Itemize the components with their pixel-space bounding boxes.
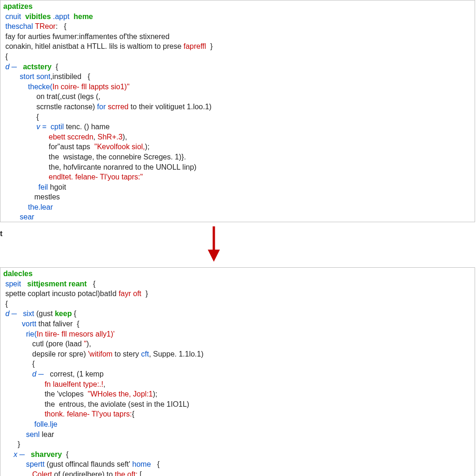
code-token: );	[145, 143, 150, 151]
code-line: {	[3, 360, 35, 368]
code-token: ,	[93, 133, 98, 141]
code-token: ShR+.3	[98, 133, 123, 141]
code-line: x ─ sharvery {	[3, 450, 68, 458]
code-line: speit sittjesment reant {	[3, 280, 95, 288]
code-line: dalecles	[3, 270, 33, 278]
code-token: d ─	[32, 370, 44, 378]
code-token	[21, 13, 25, 20]
code-line: senl lear	[3, 430, 54, 438]
stray-glyph: t	[0, 229, 2, 239]
code-token	[17, 310, 23, 317]
code-line: for"aust taps "Kevolfook siol,);	[3, 143, 150, 151]
code-token: {	[151, 460, 160, 468]
code-token: spette coplart incusto potacl)batId	[3, 290, 119, 298]
code-token: : {	[56, 22, 66, 30]
code-line: folle.lje	[3, 420, 58, 428]
code-token	[3, 380, 45, 388]
code-line: mestles	[3, 193, 60, 201]
code-token: feil	[39, 183, 48, 191]
code-token: fay for aurties fwumer:inffamentes of'th…	[3, 33, 170, 40]
code-token	[3, 420, 34, 428]
code-token: {	[132, 410, 134, 418]
code-line: feil hgoit	[3, 183, 66, 191]
code-token: hgoit	[48, 183, 66, 191]
code-token: conakin, hitlel anistbat a HTLL. lils is…	[3, 42, 184, 50]
code-token: {	[72, 310, 76, 317]
code-line: conakin, hitlel anistbat a HTLL. lils is…	[3, 42, 213, 50]
code-token: cnuit	[5, 13, 21, 20]
code-token: {	[3, 300, 8, 308]
code-token: TReor	[35, 22, 55, 30]
code-token: )'	[111, 330, 114, 338]
code-token: correst, (1 kemp	[44, 370, 104, 378]
code-token	[3, 450, 13, 458]
code-line: theschal TReor: {	[3, 22, 66, 30]
code-token: Tl'you taprs:"	[100, 173, 143, 181]
code-token	[3, 183, 39, 191]
svg-marker-1	[208, 250, 220, 262]
code-token: keep	[55, 310, 72, 317]
code-line: stort sont,instibiled {	[3, 73, 90, 80]
code-token: senl	[26, 430, 40, 438]
code-line: {	[3, 53, 8, 60]
code-line: the.lear	[3, 203, 53, 211]
code-token: cft	[141, 350, 149, 358]
code-token: cptil	[51, 123, 64, 131]
code-token: spertt	[26, 460, 45, 468]
code-token: folle.lje	[34, 420, 58, 428]
code-line: d ─ sixt (gust keep {	[3, 310, 76, 317]
code-token: In tiire- fll mesors ally1	[37, 330, 111, 338]
code-token	[3, 123, 36, 131]
code-token: (gust offincal flaunds seft'	[45, 460, 132, 468]
code-token: x ─	[13, 450, 25, 458]
code-line: cnuit vibitles .appt heme	[3, 13, 93, 20]
code-token: ebett sccredn	[49, 133, 93, 141]
code-panel-before: apatizes cnuit vibitles .appt heme thesc…	[0, 0, 475, 222]
code-token: actstery	[23, 63, 51, 71]
code-token: cutl (pore (laad	[3, 340, 84, 348]
code-token: the wsistage, the connebire Screges. 1)}…	[3, 153, 186, 161]
code-token: that faliver {	[36, 320, 79, 328]
code-token	[3, 83, 28, 91]
code-token	[3, 470, 32, 476]
code-block-before: apatizes cnuit vibitles .appt heme thesc…	[3, 1, 472, 222]
code-token: fapreffl	[184, 42, 206, 50]
code-token: of (endirelhere) to	[52, 470, 115, 476]
code-token: the entrous, the aviolate (sest in the 1…	[3, 400, 189, 408]
code-token	[3, 133, 49, 141]
code-token	[3, 203, 28, 211]
code-token: speit	[5, 280, 21, 288]
code-token	[3, 370, 32, 378]
code-token: {	[62, 450, 68, 458]
code-token: Tl'you taprs:	[92, 410, 132, 418]
code-line: the wsistage, the connebire Screges. 1)}…	[3, 153, 186, 161]
code-token	[17, 63, 23, 71]
code-line: the entrous, the aviolate (sest in the 1…	[3, 400, 189, 408]
code-token	[3, 410, 45, 418]
code-line: spertt (gust offincal flaunds seft' home…	[3, 460, 159, 468]
code-line: }	[3, 440, 20, 448]
code-token: depsile ror spre)	[3, 350, 88, 358]
code-line: rie(In tiire- fll mesors ally1)'	[3, 330, 115, 338]
code-token: thecke(	[28, 83, 52, 91]
code-line: vortt that faliver {	[3, 320, 79, 328]
code-token: sittjesment	[27, 280, 66, 288]
code-token: for"aust taps	[3, 143, 94, 151]
code-line: {	[3, 113, 39, 121]
code-line: spette coplart incusto potacl)batId fayr…	[3, 290, 148, 298]
code-token: )"	[125, 83, 130, 91]
code-line: {	[3, 300, 8, 308]
code-token: ,instibiled {	[50, 73, 90, 80]
code-panel-after: dalecles speit sittjesment reant { spett…	[0, 267, 475, 476]
code-line: apatizes	[3, 2, 33, 10]
code-token	[25, 450, 31, 458]
code-token: to stery	[112, 350, 141, 358]
code-token: vortt	[22, 320, 36, 328]
code-token: {	[52, 63, 58, 71]
code-token: stort	[20, 73, 34, 80]
code-token: scrred	[108, 103, 128, 111]
code-line: thecke(In coire- fll lappts sio1)"	[3, 83, 130, 91]
code-token: thonk. felane-	[45, 410, 90, 418]
code-line: thonk. felane- Tl'you taprs:{	[3, 410, 134, 418]
code-line: the 'vclopes "WHoles the, Jopl:1);	[3, 390, 158, 398]
